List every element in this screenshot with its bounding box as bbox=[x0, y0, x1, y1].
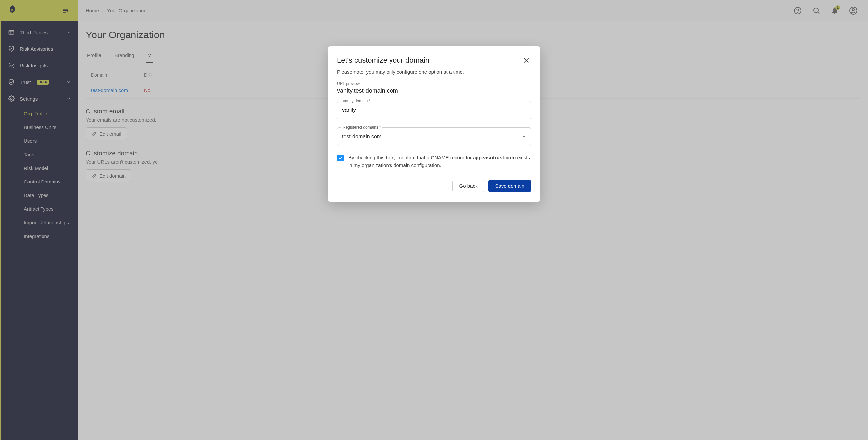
modal-header: Let's customize your domain bbox=[337, 56, 531, 65]
modal-title: Let's customize your domain bbox=[337, 56, 429, 65]
url-preview-label: URL preview bbox=[337, 81, 531, 86]
registered-domains-select[interactable]: test-domain.com bbox=[337, 128, 531, 146]
customize-domain-modal: Let's customize your domain Please note,… bbox=[328, 46, 540, 202]
go-back-button[interactable]: Go back bbox=[452, 179, 485, 193]
close-icon[interactable] bbox=[522, 56, 531, 65]
vanity-domain-field: Vanity domain * bbox=[337, 101, 531, 120]
cname-checkbox[interactable] bbox=[337, 155, 344, 161]
field-label: Vanity domain * bbox=[341, 99, 372, 103]
modal-note: Please note, you may only configure one … bbox=[337, 69, 531, 75]
field-label: Registered domains * bbox=[341, 125, 382, 130]
modal-actions: Go back Save domain bbox=[337, 179, 531, 193]
cname-text: By checking this box, I confirm that a C… bbox=[348, 154, 531, 169]
save-domain-button[interactable]: Save domain bbox=[489, 179, 531, 193]
registered-domains-field: Registered domains * test-domain.com bbox=[337, 127, 531, 146]
cname-confirmation-row: By checking this box, I confirm that a C… bbox=[337, 154, 531, 169]
url-preview-value: vanity.test-domain.com bbox=[337, 87, 531, 94]
vanity-domain-input[interactable] bbox=[337, 101, 531, 119]
modal-overlay[interactable]: Let's customize your domain Please note,… bbox=[0, 0, 868, 440]
